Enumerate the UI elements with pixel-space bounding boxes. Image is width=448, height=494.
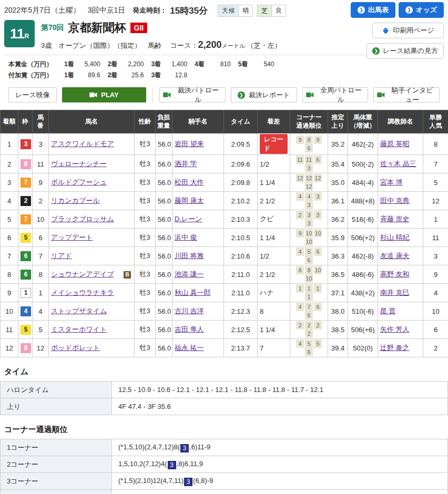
horse-number: 7 <box>33 247 49 265</box>
result-row: 767リアド牡356.0川田 将雅2:10.61/2456636.3462(-8… <box>1 247 448 265</box>
trainer-link[interactable]: 斉藤 崇史 <box>380 215 410 223</box>
horse-link[interactable]: リアド <box>51 252 72 260</box>
results-column-header: 性齢 <box>135 110 156 133</box>
trainer-link[interactable]: 高野 友和 <box>380 270 410 278</box>
video-camera-icon <box>163 92 171 98</box>
jockey-link[interactable]: 浜中 俊 <box>175 233 197 241</box>
horse-number: 4 <box>33 302 49 321</box>
horse-link[interactable]: ショウナンアデイブ <box>51 270 114 278</box>
finish-position: 8 <box>1 265 18 284</box>
corner-row: 2コーナー1,5,10,2(7,12)4(3,8)6,11,9 <box>1 456 448 473</box>
blue-button-row: ❯ 出馬表 ❯ オッズ <box>351 2 444 18</box>
stewards-patrol-label: 裁決パトロール <box>175 86 222 105</box>
entries-button-label: 出馬表 <box>368 5 389 15</box>
jockey-link[interactable]: 岩田 望来 <box>175 140 204 148</box>
video-camera-icon <box>306 92 314 98</box>
carried-weight: 56.0 <box>156 247 172 265</box>
horse-link[interactable]: ストップザタイム <box>51 307 107 315</box>
horse-link[interactable]: ミスターホワイト <box>51 325 107 333</box>
horse-link[interactable]: メイショウラナキラ <box>51 289 114 296</box>
trainer-link[interactable]: 友道 康夫 <box>380 252 410 260</box>
jockey-link[interactable]: 秋山 真一郎 <box>175 289 211 296</box>
play-button[interactable]: PLAY <box>62 87 146 102</box>
prize-amount: 89.6 <box>74 70 100 81</box>
win-favorite-rank: 10 <box>423 302 448 321</box>
horse-link[interactable]: ヴェローナシチー <box>51 160 107 168</box>
jockey-link[interactable]: 福永 祐一 <box>175 344 204 352</box>
results-header-row: 着順枠馬 番馬名性齢負担 重量騎手名タイム着差コーナー 通過順位推定 上り馬体重… <box>1 110 448 133</box>
time-row: ハロンタイム12.5 - 10.9 - 10.6 - 12.1 - 12.1 -… <box>1 382 448 398</box>
horse-name-cell: ボルドグフーシュ <box>49 173 135 192</box>
trainer-link[interactable]: 昆 貢 <box>380 307 396 315</box>
full-patrol-button[interactable]: 全周パトロール <box>302 87 369 102</box>
trainer-link[interactable]: 杉山 晴紀 <box>380 233 410 241</box>
trainer-cell: 友道 康夫 <box>378 247 423 265</box>
jockey-link[interactable]: 吉田 隼人 <box>175 325 204 333</box>
trainer-link[interactable]: 辻野 泰之 <box>380 344 410 352</box>
jockey-cell: 吉田 隼人 <box>172 321 224 339</box>
video-button-row: レース映像 PLAY 裁決パトロール ❯ 裁決レポート 全周パトロール <box>4 83 444 108</box>
trainer-link[interactable]: 田中 克典 <box>380 197 410 204</box>
time-row-label: ハロンタイム <box>1 382 112 398</box>
race-video-button[interactable]: レース映像 <box>8 87 57 102</box>
jockey-link[interactable]: D.レーン <box>175 215 202 223</box>
finish-time: 2:10.5 <box>224 229 258 247</box>
corner-table: 1コーナー(*1,5,10)(2,4,7,12)8(3,6)11-92コーナー1… <box>0 439 448 494</box>
corner-positions-cell: 4556 <box>290 339 328 357</box>
prize-amount: 1,400 <box>161 59 187 70</box>
highlighted-horse-number: 3 <box>180 444 189 452</box>
horse-link[interactable]: ポッドボレット <box>51 344 100 352</box>
jockey-link[interactable]: 酒井 学 <box>175 160 197 168</box>
odds-button[interactable]: ❯ オッズ <box>399 2 444 18</box>
stewards-report-button[interactable]: ❯ 裁決レポート <box>231 87 297 102</box>
entries-button[interactable]: ❯ 出馬表 <box>351 2 395 18</box>
jockey-interview-button[interactable]: 騎手インタビュー <box>373 87 440 102</box>
time-row-label: 上り <box>1 398 112 415</box>
corner-row-label: 1コーナー <box>1 439 112 456</box>
jockey-link[interactable]: 藤岡 康太 <box>175 197 204 204</box>
sex-age: 牡3 <box>135 229 156 247</box>
horse-name-cell: ヴェローナシチー <box>49 155 135 173</box>
trainer-cell: 矢作 芳人 <box>378 321 423 339</box>
jockey-link[interactable]: 松田 大作 <box>175 178 204 186</box>
win-favorite-rank: 1 <box>423 210 448 229</box>
corner-position: 6 <box>314 248 322 256</box>
trainer-link[interactable]: 佐々木 晶三 <box>380 160 416 168</box>
stewards-patrol-button[interactable]: 裁決パトロール <box>159 87 226 102</box>
jockey-cell: 川田 将雅 <box>172 247 224 265</box>
corner-position: 6 <box>314 156 322 164</box>
trainer-link[interactable]: 宮本 博 <box>380 178 403 186</box>
jockey-link[interactable]: 川田 将雅 <box>175 252 204 260</box>
corner-positions-cell: 881010 <box>290 265 328 284</box>
last-3f-time: 36.1 <box>328 192 348 210</box>
trainer-link[interactable]: 藤原 英昭 <box>380 140 410 148</box>
last-3f-time: 35.9 <box>328 229 348 247</box>
horse-link[interactable]: アップデート <box>51 233 93 241</box>
horse-link[interactable]: ボルドグフーシュ <box>51 178 107 186</box>
carried-weight: 56.0 <box>156 210 172 229</box>
jockey-link[interactable]: 池添 謙一 <box>175 270 204 278</box>
horse-link[interactable]: ブラックブロッサム <box>51 215 114 223</box>
print-button[interactable]: 印刷用ページ <box>372 23 444 38</box>
margin-cell: 2 1/2 <box>258 192 290 210</box>
guide-button[interactable]: ❯ レース結果の見方 <box>366 43 444 59</box>
corner-position: 6 <box>305 144 313 152</box>
play-label: PLAY <box>101 91 118 99</box>
trainer-link[interactable]: 矢作 芳人 <box>380 325 410 333</box>
time-row-value: 12.5 - 10.9 - 10.6 - 12.1 - 12.1 - 12.1 … <box>112 382 448 398</box>
sex-age: 牡3 <box>135 155 156 173</box>
trainer-cell: 宮本 博 <box>378 173 423 192</box>
margin-cell: 1 1/4 <box>258 173 290 192</box>
odds-button-label: オッズ <box>416 5 437 15</box>
jockey-cell: 松田 大作 <box>172 173 224 192</box>
sex-age: 牡3 <box>135 265 156 284</box>
trainer-link[interactable]: 南井 克巳 <box>380 289 410 296</box>
jockey-link[interactable]: 古川 吉洋 <box>175 307 204 315</box>
sex-age: 牡3 <box>135 302 156 321</box>
prize-main-row: 本賞金（万円） 1着5,4002着2,2003着1,4004着8105着540 <box>8 59 440 70</box>
sex-age: 牡3 <box>135 247 156 265</box>
horse-link[interactable]: アスクワイルドモア <box>51 140 114 148</box>
horse-link[interactable]: リカンカブール <box>51 197 100 204</box>
results-column-header: 着差 <box>258 110 290 133</box>
results-table: 着順枠馬 番馬名性齢負担 重量騎手名タイム着差コーナー 通過順位推定 上り馬体重… <box>0 110 448 357</box>
